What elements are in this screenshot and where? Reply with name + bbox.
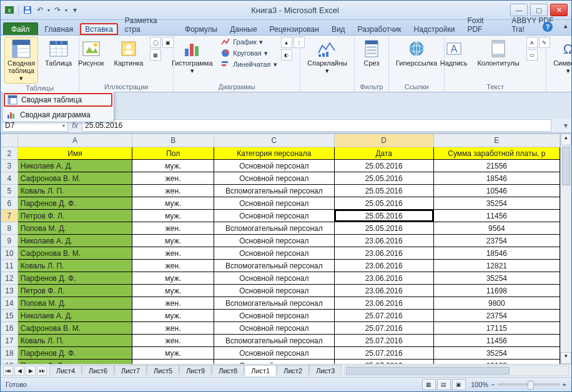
cell[interactable]: 18546 (433, 247, 560, 260)
view-normal-icon[interactable]: ▦ (422, 379, 436, 390)
row-header[interactable]: 14 (1, 297, 18, 310)
cell[interactable]: 10546 (433, 185, 560, 197)
undo-icon[interactable]: ↶ (35, 5, 45, 15)
textbox-button[interactable]: A Надпись (437, 37, 471, 69)
cell[interactable]: жен. (132, 247, 214, 260)
tab-nav-first-icon[interactable]: ⏮ (3, 366, 13, 376)
col-header[interactable]: B (132, 134, 214, 147)
zoom-slider[interactable] (498, 383, 560, 386)
save-icon[interactable] (22, 5, 32, 15)
cell[interactable]: жен. (132, 222, 214, 235)
row-header[interactable]: 19 (1, 360, 18, 365)
pivot-table-item[interactable]: Сводная таблица (4, 93, 112, 107)
bar-chart-button[interactable]: Линейчатая ▾ (220, 59, 277, 69)
area-chart-icon[interactable]: ▲ (281, 37, 292, 48)
cell[interactable]: Петров Ф. Л. (17, 285, 132, 297)
tab-Разметка стра[interactable]: Разметка стра (119, 14, 178, 35)
tab-Вид[interactable]: Вид (326, 22, 351, 35)
expand-formula-icon[interactable]: ▾ (561, 121, 570, 130)
scroll-up-icon[interactable]: ▴ (561, 134, 571, 145)
table-button[interactable]: Таблица (42, 37, 75, 69)
cell[interactable]: 25.05.2016 (334, 160, 433, 172)
cell[interactable]: Основной персонал (214, 347, 334, 360)
pivot-table-button[interactable]: Сводная таблица ▾ (4, 37, 38, 84)
col-header[interactable]: E (433, 134, 560, 147)
column-chart-button[interactable]: Гистограмма ▾ (167, 37, 217, 76)
col-header[interactable]: D (334, 134, 433, 147)
cell[interactable]: Попова М. Д. (17, 222, 132, 235)
header-cell[interactable]: Сумма заработной платы, р (433, 147, 560, 160)
row-header[interactable]: 2 (1, 147, 18, 160)
select-all-corner[interactable] (1, 134, 18, 147)
tab-Надстройки[interactable]: Надстройки (408, 22, 461, 35)
sparklines-button[interactable]: Спарклайны ▾ (304, 37, 350, 76)
tab-Данные[interactable]: Данные (224, 22, 262, 35)
pivot-chart-item[interactable]: Сводная диаграмма (2, 108, 114, 122)
cell[interactable]: Основной персонал (214, 322, 334, 335)
cell[interactable]: 25.05.2016 (334, 185, 433, 197)
cell[interactable]: Сафронова В. М. (17, 247, 132, 260)
cell[interactable]: жен. (132, 172, 214, 185)
zoom-in-icon[interactable]: + (563, 381, 566, 388)
cell[interactable]: Коваль Л. П. (17, 335, 132, 347)
cell[interactable]: 11456 (433, 335, 560, 347)
tab-Разработчик[interactable]: Разработчик (352, 22, 407, 35)
sheet-tab[interactable]: Лист5 (147, 365, 179, 376)
cell[interactable]: 23.06.2016 (334, 285, 433, 297)
cell[interactable]: 23.06.2016 (334, 235, 433, 247)
cell[interactable]: 23.06.2016 (334, 247, 433, 260)
cell[interactable]: 25.05.2016 (334, 172, 433, 185)
cell[interactable]: Основной персонал (214, 360, 334, 365)
tab-Главная[interactable]: Главная (39, 22, 79, 35)
cell[interactable]: 25.07.2016 (334, 310, 433, 322)
sheet-tab[interactable]: Лист7 (114, 365, 147, 376)
cell[interactable]: 23.06.2016 (334, 260, 433, 272)
formula-input[interactable]: 25.05.2016 (82, 119, 551, 132)
row-header[interactable]: 18 (1, 347, 18, 360)
cell[interactable]: муж. (132, 197, 214, 210)
cell[interactable]: Сафронова В. М. (17, 172, 132, 185)
row-header[interactable]: 7 (1, 210, 18, 222)
header-cell[interactable]: Категория персонала (214, 147, 334, 160)
qat-more-icon[interactable]: ▾ (70, 5, 80, 15)
row-header[interactable]: 12 (1, 272, 18, 285)
cell[interactable]: 35254 (433, 272, 560, 285)
cell[interactable]: жен. (132, 260, 214, 272)
cell[interactable]: 9800 (433, 297, 560, 310)
cell[interactable]: Основной персонал (214, 160, 334, 172)
ribbon-min-icon[interactable]: ▴ (564, 22, 568, 30)
cell[interactable]: 23754 (433, 235, 560, 247)
row-header[interactable]: 8 (1, 222, 18, 235)
cell[interactable]: 11456 (433, 210, 560, 222)
cell[interactable]: муж. (132, 285, 214, 297)
row-header[interactable]: 11 (1, 260, 18, 272)
cell[interactable]: Основной персонал (214, 197, 334, 210)
cell[interactable]: Петров Ф. Л. (17, 360, 132, 365)
vertical-scrollbar[interactable]: ▴ ▾ (560, 134, 571, 364)
cell[interactable]: 25.07.2016 (334, 335, 433, 347)
sheet-tab[interactable]: Лист4 (49, 365, 82, 376)
cell[interactable]: 21556 (433, 160, 560, 172)
cell[interactable]: муж. (132, 272, 214, 285)
cell[interactable]: 17115 (433, 322, 560, 335)
view-pagebreak-icon[interactable]: ▣ (452, 379, 466, 390)
cell[interactable]: муж. (132, 347, 214, 360)
symbols-button[interactable]: Ω Символы ▾ (550, 37, 572, 76)
screenshot-icon[interactable]: ▦ (150, 49, 161, 61)
cell[interactable]: 25.07.2016 (334, 347, 433, 360)
fx-icon[interactable]: fx (68, 121, 82, 130)
sheet-tab[interactable]: Лист8 (212, 365, 244, 376)
cell[interactable]: муж. (132, 160, 214, 172)
cell[interactable]: 12821 (433, 260, 560, 272)
wordart-icon[interactable]: A (526, 37, 538, 48)
cell[interactable]: муж. (132, 210, 214, 222)
col-header[interactable]: C (214, 134, 334, 147)
cell[interactable]: 23754 (433, 310, 560, 322)
cell[interactable]: Парфенов Д. Ф. (17, 272, 132, 285)
cell[interactable]: Основной персонал (214, 210, 334, 222)
cell[interactable]: 11698 (433, 285, 560, 297)
cell[interactable]: Сафронова В. М. (17, 322, 132, 335)
cell[interactable]: жен. (132, 335, 214, 347)
cell[interactable]: 25.05.2016 (334, 210, 433, 222)
cell[interactable]: 25.05.2016 (334, 222, 433, 235)
